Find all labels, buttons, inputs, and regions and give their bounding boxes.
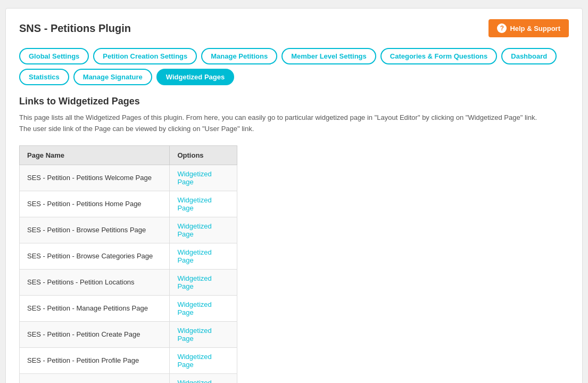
table-cell-options: Widgetized Page [170, 191, 237, 217]
widgetized-page-link[interactable]: Widgetized Page [177, 196, 211, 212]
widgetized-page-link[interactable]: Widgetized Page [177, 248, 211, 264]
header-row: SNS - Petitions Plugin ? Help & Support [19, 19, 569, 37]
nav-tabs: Global SettingsPetition Creation Setting… [19, 48, 569, 85]
tab-member-level-settings[interactable]: Member Level Settings [281, 48, 376, 64]
table-row: SES - Petitions - Petition LocationsWidg… [20, 269, 237, 295]
table-row: SES - Petition - Browse Petitions PageWi… [20, 217, 237, 243]
tab-manage-petitions[interactable]: Manage Petitions [201, 48, 277, 64]
tab-dashboard[interactable]: Dashboard [501, 48, 557, 64]
table-cell-options: Widgetized Page [170, 373, 237, 383]
tab-statistics[interactable]: Statistics [19, 69, 69, 85]
col-page-name: Page Name [20, 145, 170, 165]
tab-manage-signature[interactable]: Manage Signature [73, 69, 152, 85]
table-cell-page-name: SES - Petition - Petitions Welcome Page [20, 165, 170, 191]
widgetized-page-link[interactable]: Widgetized Page [177, 274, 211, 290]
help-icon: ? [497, 23, 507, 33]
main-container: SNS - Petitions Plugin ? Help & Support … [5, 8, 583, 383]
table-cell-page-name: SES - Petition - Browse Categories Page [20, 243, 170, 269]
widgetized-page-link[interactable]: Widgetized Page [177, 170, 211, 186]
widgetized-page-link[interactable]: Widgetized Page [177, 300, 211, 316]
table-cell-page-name: SES - Petition - Manage Petitions Page [20, 295, 170, 321]
table-cell-page-name: SES - Petition - Browse Tags Page [20, 373, 170, 383]
app-title: SNS - Petitions Plugin [19, 22, 131, 35]
widgetized-page-link[interactable]: Widgetized Page [177, 353, 211, 369]
page-heading: Links to Widgetized Pages [19, 96, 569, 107]
table-cell-options: Widgetized Page [170, 295, 237, 321]
table-row: SES - Petition - Browse Tags PageWidgeti… [20, 373, 237, 383]
table-row: SES - Petition - Manage Petitions PageWi… [20, 295, 237, 321]
table-cell-page-name: SES - Petition - Petitions Home Page [20, 191, 170, 217]
table-cell-options: Widgetized Page [170, 217, 237, 243]
help-support-button[interactable]: ? Help & Support [488, 19, 569, 37]
table-row: SES - Petition - Petition Profile PageWi… [20, 347, 237, 373]
tab-widgetized-pages[interactable]: Widgetized Pages [156, 69, 234, 85]
widgetized-pages-table: Page Name Options SES - Petition - Petit… [19, 145, 237, 383]
table-cell-options: Widgetized Page [170, 165, 237, 191]
page-description-line1: This page lists all the Widgetized Pages… [19, 113, 537, 121]
table-cell-options: Widgetized Page [170, 243, 237, 269]
widgetized-page-link[interactable]: Widgetized Page [177, 222, 211, 238]
tab-petition-creation-settings[interactable]: Petition Creation Settings [93, 48, 197, 64]
widgetized-page-link[interactable]: Widgetized Page [177, 379, 211, 383]
page-description: This page lists all the Widgetized Pages… [19, 112, 569, 135]
table-cell-page-name: SES - Petition - Petition Profile Page [20, 347, 170, 373]
table-row: SES - Petition - Browse Categories PageW… [20, 243, 237, 269]
table-cell-page-name: SES - Petitions - Petition Locations [20, 269, 170, 295]
table-cell-page-name: SES - Petition - Browse Petitions Page [20, 217, 170, 243]
table-cell-options: Widgetized Page [170, 347, 237, 373]
help-button-label: Help & Support [510, 25, 560, 32]
table-row: SES - Petition - Petitions Welcome PageW… [20, 165, 237, 191]
tab-global-settings[interactable]: Global Settings [19, 48, 89, 64]
widgetized-page-link[interactable]: Widgetized Page [177, 327, 211, 343]
table-cell-page-name: SES - Petition - Petition Create Page [20, 321, 170, 347]
tab-categories-form-questions[interactable]: Categories & Form Questions [380, 48, 497, 64]
table-row: SES - Petition - Petitions Home PageWidg… [20, 191, 237, 217]
table-cell-options: Widgetized Page [170, 269, 237, 295]
col-options: Options [170, 145, 237, 165]
table-cell-options: Widgetized Page [170, 321, 237, 347]
table-header-row: Page Name Options [20, 145, 237, 165]
page-description-line2: The user side link of the Page can be vi… [19, 125, 254, 133]
table-row: SES - Petition - Petition Create PageWid… [20, 321, 237, 347]
